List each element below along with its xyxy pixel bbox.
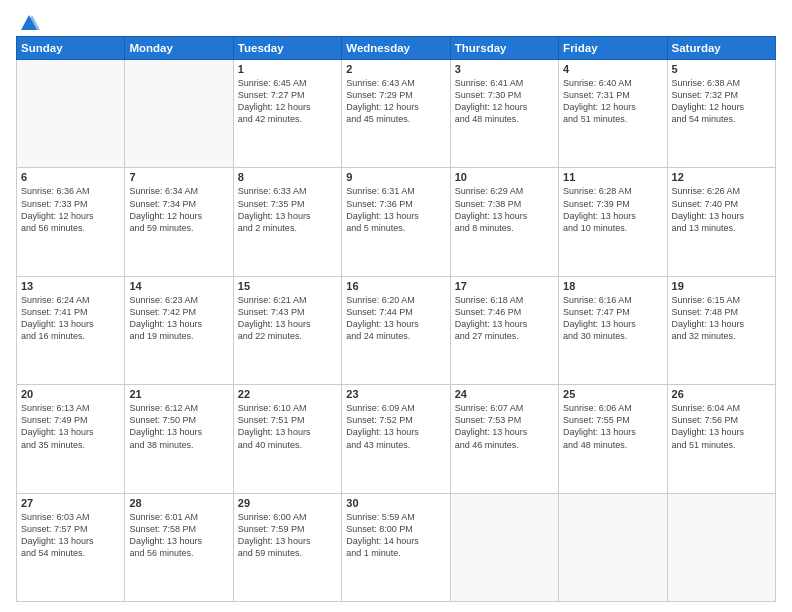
day-info: Sunrise: 6:43 AM Sunset: 7:29 PM Dayligh… — [346, 77, 445, 126]
day-number: 27 — [21, 497, 120, 509]
day-number: 6 — [21, 171, 120, 183]
week-row-3: 20Sunrise: 6:13 AM Sunset: 7:49 PM Dayli… — [17, 385, 776, 493]
day-number: 8 — [238, 171, 337, 183]
calendar-cell: 7Sunrise: 6:34 AM Sunset: 7:34 PM Daylig… — [125, 168, 233, 276]
day-info: Sunrise: 6:38 AM Sunset: 7:32 PM Dayligh… — [672, 77, 771, 126]
day-info: Sunrise: 6:06 AM Sunset: 7:55 PM Dayligh… — [563, 402, 662, 451]
day-info: Sunrise: 6:07 AM Sunset: 7:53 PM Dayligh… — [455, 402, 554, 451]
calendar-cell: 23Sunrise: 6:09 AM Sunset: 7:52 PM Dayli… — [342, 385, 450, 493]
day-info: Sunrise: 5:59 AM Sunset: 8:00 PM Dayligh… — [346, 511, 445, 560]
calendar-cell: 4Sunrise: 6:40 AM Sunset: 7:31 PM Daylig… — [559, 60, 667, 168]
day-info: Sunrise: 6:26 AM Sunset: 7:40 PM Dayligh… — [672, 185, 771, 234]
day-number: 28 — [129, 497, 228, 509]
day-info: Sunrise: 6:09 AM Sunset: 7:52 PM Dayligh… — [346, 402, 445, 451]
day-number: 9 — [346, 171, 445, 183]
day-number: 16 — [346, 280, 445, 292]
day-info: Sunrise: 6:41 AM Sunset: 7:30 PM Dayligh… — [455, 77, 554, 126]
day-header-monday: Monday — [125, 37, 233, 60]
day-number: 18 — [563, 280, 662, 292]
calendar-cell: 28Sunrise: 6:01 AM Sunset: 7:58 PM Dayli… — [125, 493, 233, 601]
day-info: Sunrise: 6:20 AM Sunset: 7:44 PM Dayligh… — [346, 294, 445, 343]
calendar-cell: 1Sunrise: 6:45 AM Sunset: 7:27 PM Daylig… — [233, 60, 341, 168]
calendar-cell: 20Sunrise: 6:13 AM Sunset: 7:49 PM Dayli… — [17, 385, 125, 493]
week-row-4: 27Sunrise: 6:03 AM Sunset: 7:57 PM Dayli… — [17, 493, 776, 601]
calendar-cell: 22Sunrise: 6:10 AM Sunset: 7:51 PM Dayli… — [233, 385, 341, 493]
page: SundayMondayTuesdayWednesdayThursdayFrid… — [0, 0, 792, 612]
day-info: Sunrise: 6:21 AM Sunset: 7:43 PM Dayligh… — [238, 294, 337, 343]
day-number: 4 — [563, 63, 662, 75]
day-info: Sunrise: 6:10 AM Sunset: 7:51 PM Dayligh… — [238, 402, 337, 451]
logo-icon — [18, 12, 40, 34]
calendar-cell: 14Sunrise: 6:23 AM Sunset: 7:42 PM Dayli… — [125, 276, 233, 384]
week-row-1: 6Sunrise: 6:36 AM Sunset: 7:33 PM Daylig… — [17, 168, 776, 276]
day-number: 29 — [238, 497, 337, 509]
day-number: 22 — [238, 388, 337, 400]
day-info: Sunrise: 6:45 AM Sunset: 7:27 PM Dayligh… — [238, 77, 337, 126]
day-number: 5 — [672, 63, 771, 75]
calendar-cell: 26Sunrise: 6:04 AM Sunset: 7:56 PM Dayli… — [667, 385, 775, 493]
day-info: Sunrise: 6:23 AM Sunset: 7:42 PM Dayligh… — [129, 294, 228, 343]
day-info: Sunrise: 6:40 AM Sunset: 7:31 PM Dayligh… — [563, 77, 662, 126]
day-header-row: SundayMondayTuesdayWednesdayThursdayFrid… — [17, 37, 776, 60]
day-number: 1 — [238, 63, 337, 75]
day-number: 17 — [455, 280, 554, 292]
day-header-sunday: Sunday — [17, 37, 125, 60]
day-number: 13 — [21, 280, 120, 292]
day-info: Sunrise: 6:36 AM Sunset: 7:33 PM Dayligh… — [21, 185, 120, 234]
day-info: Sunrise: 6:00 AM Sunset: 7:59 PM Dayligh… — [238, 511, 337, 560]
calendar-cell: 15Sunrise: 6:21 AM Sunset: 7:43 PM Dayli… — [233, 276, 341, 384]
day-header-friday: Friday — [559, 37, 667, 60]
week-row-0: 1Sunrise: 6:45 AM Sunset: 7:27 PM Daylig… — [17, 60, 776, 168]
week-row-2: 13Sunrise: 6:24 AM Sunset: 7:41 PM Dayli… — [17, 276, 776, 384]
day-number: 10 — [455, 171, 554, 183]
day-info: Sunrise: 6:24 AM Sunset: 7:41 PM Dayligh… — [21, 294, 120, 343]
calendar-cell: 12Sunrise: 6:26 AM Sunset: 7:40 PM Dayli… — [667, 168, 775, 276]
calendar-cell: 24Sunrise: 6:07 AM Sunset: 7:53 PM Dayli… — [450, 385, 558, 493]
calendar-cell — [125, 60, 233, 168]
calendar-header: SundayMondayTuesdayWednesdayThursdayFrid… — [17, 37, 776, 60]
day-info: Sunrise: 6:12 AM Sunset: 7:50 PM Dayligh… — [129, 402, 228, 451]
calendar-cell: 27Sunrise: 6:03 AM Sunset: 7:57 PM Dayli… — [17, 493, 125, 601]
calendar-cell: 11Sunrise: 6:28 AM Sunset: 7:39 PM Dayli… — [559, 168, 667, 276]
calendar-cell: 2Sunrise: 6:43 AM Sunset: 7:29 PM Daylig… — [342, 60, 450, 168]
day-number: 14 — [129, 280, 228, 292]
calendar-cell: 18Sunrise: 6:16 AM Sunset: 7:47 PM Dayli… — [559, 276, 667, 384]
day-number: 19 — [672, 280, 771, 292]
day-header-wednesday: Wednesday — [342, 37, 450, 60]
day-info: Sunrise: 6:34 AM Sunset: 7:34 PM Dayligh… — [129, 185, 228, 234]
day-number: 30 — [346, 497, 445, 509]
calendar-cell: 29Sunrise: 6:00 AM Sunset: 7:59 PM Dayli… — [233, 493, 341, 601]
day-info: Sunrise: 6:31 AM Sunset: 7:36 PM Dayligh… — [346, 185, 445, 234]
calendar-cell: 16Sunrise: 6:20 AM Sunset: 7:44 PM Dayli… — [342, 276, 450, 384]
calendar-cell: 21Sunrise: 6:12 AM Sunset: 7:50 PM Dayli… — [125, 385, 233, 493]
calendar-body: 1Sunrise: 6:45 AM Sunset: 7:27 PM Daylig… — [17, 60, 776, 602]
day-number: 24 — [455, 388, 554, 400]
day-number: 25 — [563, 388, 662, 400]
day-info: Sunrise: 6:16 AM Sunset: 7:47 PM Dayligh… — [563, 294, 662, 343]
calendar-cell: 25Sunrise: 6:06 AM Sunset: 7:55 PM Dayli… — [559, 385, 667, 493]
day-number: 15 — [238, 280, 337, 292]
day-info: Sunrise: 6:15 AM Sunset: 7:48 PM Dayligh… — [672, 294, 771, 343]
calendar-cell: 10Sunrise: 6:29 AM Sunset: 7:38 PM Dayli… — [450, 168, 558, 276]
calendar-cell: 9Sunrise: 6:31 AM Sunset: 7:36 PM Daylig… — [342, 168, 450, 276]
calendar-cell — [559, 493, 667, 601]
day-number: 3 — [455, 63, 554, 75]
header — [16, 12, 776, 28]
calendar-table: SundayMondayTuesdayWednesdayThursdayFrid… — [16, 36, 776, 602]
calendar-cell — [17, 60, 125, 168]
day-number: 26 — [672, 388, 771, 400]
logo — [16, 12, 40, 28]
day-info: Sunrise: 6:28 AM Sunset: 7:39 PM Dayligh… — [563, 185, 662, 234]
calendar-cell — [667, 493, 775, 601]
day-info: Sunrise: 6:01 AM Sunset: 7:58 PM Dayligh… — [129, 511, 228, 560]
day-number: 12 — [672, 171, 771, 183]
day-info: Sunrise: 6:29 AM Sunset: 7:38 PM Dayligh… — [455, 185, 554, 234]
calendar-cell: 6Sunrise: 6:36 AM Sunset: 7:33 PM Daylig… — [17, 168, 125, 276]
day-info: Sunrise: 6:03 AM Sunset: 7:57 PM Dayligh… — [21, 511, 120, 560]
day-info: Sunrise: 6:13 AM Sunset: 7:49 PM Dayligh… — [21, 402, 120, 451]
day-number: 11 — [563, 171, 662, 183]
calendar-cell: 30Sunrise: 5:59 AM Sunset: 8:00 PM Dayli… — [342, 493, 450, 601]
day-info: Sunrise: 6:04 AM Sunset: 7:56 PM Dayligh… — [672, 402, 771, 451]
day-number: 21 — [129, 388, 228, 400]
day-number: 23 — [346, 388, 445, 400]
